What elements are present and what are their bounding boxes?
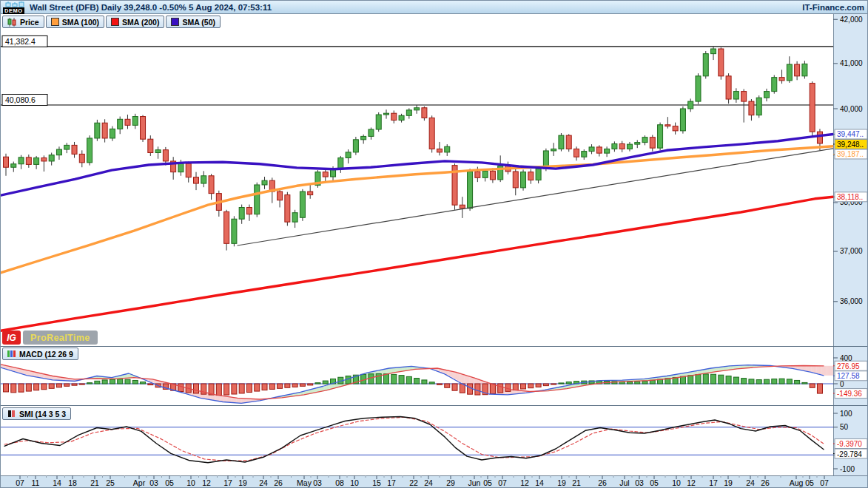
prorealtime-window: DEMO Wall Street (DFB) Daily 39,248.0 -0… <box>0 0 868 488</box>
macd-bar <box>650 380 655 384</box>
candle <box>414 108 420 110</box>
candle <box>118 119 123 129</box>
svg-text:127.58: 127.58 <box>837 372 860 380</box>
macd-bar <box>384 374 389 384</box>
time-tick-label: 15 <box>372 478 381 487</box>
axis-tick-label: 40,000 <box>840 105 863 113</box>
candle <box>194 177 199 183</box>
macd-bar <box>110 379 115 384</box>
candle <box>18 157 24 164</box>
candle <box>239 207 244 219</box>
macd-bar <box>178 384 184 392</box>
candle <box>490 171 495 180</box>
time-tick-label: Aug <box>790 478 804 487</box>
macd-bar <box>817 384 822 393</box>
macd-bar <box>719 375 724 384</box>
time-tick-label: 29 <box>446 478 455 487</box>
macd-bar <box>269 384 275 389</box>
macd-bar <box>733 377 739 384</box>
legend-item-sma50[interactable]: SMA (50) <box>166 16 221 28</box>
candle <box>422 108 427 118</box>
prorealtime-logo: ProRealTime <box>23 331 98 345</box>
macd-bar <box>528 384 534 388</box>
candle <box>772 78 777 92</box>
candle <box>87 138 92 163</box>
macd-bar <box>422 380 427 384</box>
axis-tick-label: 36,000 <box>840 297 863 305</box>
svg-text:276.95: 276.95 <box>837 362 860 370</box>
macd-bar <box>741 379 747 384</box>
smi-panel <box>1 417 833 463</box>
macd-bar <box>680 376 685 384</box>
title-bar: DEMO Wall Street (DFB) Daily 39,248.0 -0… <box>1 1 868 14</box>
candle <box>719 49 724 76</box>
macd-bar <box>323 381 328 384</box>
macd-bar <box>246 384 252 393</box>
candle <box>802 64 807 75</box>
macd-bar <box>102 380 107 384</box>
candle <box>56 149 61 155</box>
candle <box>186 163 191 177</box>
macd-bar <box>232 384 237 394</box>
time-tick-label: 03 <box>635 478 644 487</box>
macd-bar <box>56 384 61 387</box>
macd-bar <box>391 374 397 384</box>
candle <box>612 143 617 149</box>
macd-bar <box>703 374 708 384</box>
ig-prorealtime-logo[interactable]: IG ProRealTime <box>2 331 98 345</box>
svg-text:-149.36: -149.36 <box>837 390 862 398</box>
time-tick-label: 25 <box>106 478 115 487</box>
macd-bar <box>802 382 807 384</box>
time-tick-label: Jun <box>468 478 481 487</box>
candle <box>300 192 305 217</box>
candle <box>132 117 138 126</box>
demo-badge: DEMO <box>3 7 24 14</box>
time-tick-label: 12 <box>687 478 696 487</box>
legend-item-sma200[interactable]: SMA (200) <box>106 16 164 28</box>
candle <box>688 101 693 109</box>
candle <box>596 147 602 153</box>
macd-tab[interactable]: MACD (12 26 9 <box>2 348 78 361</box>
candle <box>323 172 328 177</box>
time-tick-label: 07 <box>16 478 24 487</box>
candle <box>209 176 214 194</box>
macd-bar <box>445 384 450 387</box>
macd-bar <box>125 379 130 384</box>
legend-item-sma100[interactable]: SMA (100) <box>46 16 104 28</box>
macd-bar <box>34 384 39 390</box>
macd-bar <box>262 384 267 390</box>
legend-item-price[interactable]: Price <box>2 16 44 28</box>
ig-logo: IG <box>2 331 21 345</box>
candle <box>673 126 678 131</box>
svg-text:-29.784: -29.784 <box>837 450 862 458</box>
chart-canvas[interactable]: 41,382.440,080.642,00041,00040,00039,000… <box>1 1 868 488</box>
time-tick-label: 24 <box>424 478 433 487</box>
macd-bar <box>79 384 84 384</box>
time-tick-label: 05 <box>805 478 814 487</box>
macd-bar <box>536 384 541 387</box>
candle <box>551 149 556 151</box>
smi-tab[interactable]: SMI (14 3 5 3 <box>2 407 71 421</box>
candle <box>384 113 389 115</box>
candle <box>232 219 237 243</box>
candle <box>642 138 647 143</box>
macd-bar <box>285 384 290 387</box>
macd-bar <box>4 384 9 392</box>
macd-bar <box>452 384 457 390</box>
macd-bar <box>64 384 70 386</box>
candle <box>178 163 184 172</box>
macd-bar <box>772 379 777 384</box>
macd-bar <box>749 379 754 384</box>
time-tick-label: 11 <box>32 478 40 487</box>
macd-bar <box>429 382 434 384</box>
time-tick-label: 26 <box>598 478 607 487</box>
candle <box>72 145 77 154</box>
price-panel <box>1 47 833 331</box>
mini-candles-icon: DEMO <box>3 1 25 13</box>
macd-bar <box>49 384 54 388</box>
macd-bar <box>756 380 761 384</box>
candle <box>102 123 107 138</box>
macd-bar <box>551 384 556 384</box>
candle <box>787 64 792 81</box>
candle <box>703 54 708 76</box>
